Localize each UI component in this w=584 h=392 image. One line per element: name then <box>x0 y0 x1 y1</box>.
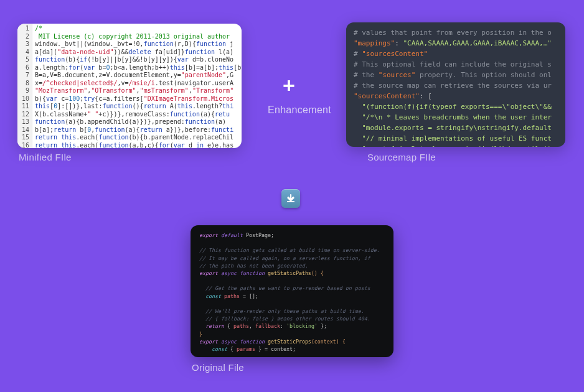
code-line <box>199 353 385 357</box>
code-line: window._bvt||(window._bvt=!0,function(r,… <box>35 40 239 49</box>
code-line: "MozTransform","OTransform","msTransform… <box>35 87 239 95</box>
code-line <box>199 300 385 307</box>
enhancement-label: Enhancement <box>268 105 331 116</box>
code-line: "(function(f){if(typeof exports===\"obje… <box>354 101 558 112</box>
code-line: # the "sources" property. This option sh… <box>354 70 558 80</box>
code-line: return { paths, fallback: 'blocking' }; <box>199 322 385 330</box>
original-file-label: Original File <box>192 362 244 373</box>
code-line: /* <box>35 25 239 33</box>
code-line: # This optional field can include the or… <box>354 59 558 70</box>
code-line: return this.each(function(b){b.parentNod… <box>35 134 239 142</box>
code-line: b){var c=100;try{c=a.filters["DXImageTra… <box>35 95 239 103</box>
minified-file-panel: 1 2 3 4 5 6 7 8 9 10 11 12 13 14 15 16 /… <box>17 24 242 148</box>
code-line <box>199 239 385 246</box>
code-line: MIT License (c) copyright 2011-2013 orig… <box>35 33 239 41</box>
code-line: const { params } = context; <box>199 345 385 353</box>
arrow-down-icon <box>281 189 300 208</box>
code-line: export async function getStaticPaths() { <box>199 269 385 277</box>
code-line: // It may be called again, on a serverle… <box>199 254 385 262</box>
code-line: function(a){b.appendChild(a)})},prepend:… <box>35 118 239 126</box>
code-line: b[a];return b[0,function(a){return a})},… <box>35 126 239 134</box>
plus-icon: + <box>283 75 295 96</box>
code-line: "sourcesContent": [ <box>354 91 558 101</box>
code-line: this[0]:[])},last:function(){return A(th… <box>35 103 239 111</box>
code-line: X(b.className+" "+c)})},removeClass:func… <box>35 111 239 119</box>
code-line: a.length;for(var b=0;b<a.length;b++)this… <box>35 64 239 72</box>
code-line <box>199 277 385 284</box>
original-file-panel: export default PostPage; // This functio… <box>191 225 393 357</box>
code-line: // We'll pre-render only these paths at … <box>199 307 385 315</box>
code-line: // { fallback: false } means other route… <box>199 315 385 322</box>
code-line: "// minimal implementations of useful ES… <box>354 133 558 144</box>
code-line: } <box>199 330 385 338</box>
code-line: return this.each(function(a,b,c){for(var… <box>35 142 239 149</box>
code-line: function(b){if(!b[y]||b[y]&&!b[y][y]){va… <box>35 56 239 64</box>
minified-file-label: Minified FIle <box>19 152 72 162</box>
code-line: // the path has not been generated. <box>199 262 385 269</box>
code-line: x=/^checked|selected$/,v=/msie/i.test(na… <box>35 80 239 88</box>
code-line: // Get the paths we want to pre-render b… <box>199 284 385 292</box>
sourcemap-file-panel: # values that point from every position … <box>346 22 565 147</box>
code-line: "module.exports = stringify\nstringify.d… <box>354 123 558 133</box>
code-line: # values that point from every position … <box>354 27 558 38</box>
code-line: # the source map can retrieve the source… <box>354 80 558 91</box>
code-line: # "sourcesContent" <box>354 49 558 59</box>
sourcemap-file-label: Sourcemap FIle <box>367 152 436 162</box>
code-line: a[da]("data-node-uid"))&&delete fa[uid]}… <box>35 49 239 57</box>
code-line: const paths = []; <box>199 292 385 300</box>
minified-code: /* MIT License (c) copyright 2011-2013 o… <box>32 24 242 148</box>
code-line: "mappings": "CAAA,SAAAA,GAAA,GAAA,iBAAAC… <box>354 38 558 49</box>
code-line: "/*\n * Leaves breadcrumbs when the user… <box>354 112 558 123</box>
code-line: B=a,V=B.document,z=V.documentElement,y="… <box>35 72 239 80</box>
code-line: export default PostPage; <box>199 231 385 239</box>
code-line: export async function getStaticProps(con… <box>199 338 385 345</box>
minified-gutter: 1 2 3 4 5 6 7 8 9 10 11 12 13 14 15 16 <box>17 24 32 148</box>
code-line: // This function gets called at build ti… <box>199 246 385 254</box>
code-line: "const { isoDate } = require('./lib/es-u… <box>354 144 558 147</box>
